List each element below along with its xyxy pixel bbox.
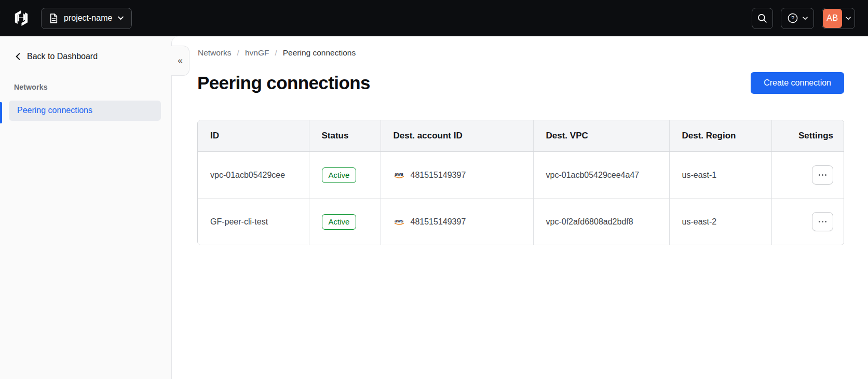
hashicorp-logo-icon bbox=[13, 9, 30, 27]
sidebar-collapse-button[interactable]: « bbox=[171, 46, 189, 76]
svg-text:aws: aws bbox=[394, 218, 403, 223]
cell-dest-region: us-east-1 bbox=[669, 152, 771, 199]
user-menu-dropdown[interactable]: AB bbox=[822, 8, 855, 29]
cell-dest-account-id: aws 481515149397 bbox=[381, 152, 533, 199]
chevron-down-icon bbox=[846, 17, 851, 20]
table-header-row: ID Status Dest. account ID Dest. VPC Des… bbox=[198, 120, 844, 152]
cell-status: Active bbox=[309, 199, 381, 245]
aws-logo-icon: aws bbox=[394, 218, 405, 226]
breadcrumb-current-page: Peering connections bbox=[283, 48, 356, 58]
breadcrumb: Networks / hvnGF / Peering connections bbox=[198, 48, 844, 58]
cell-dest-vpc: vpc-01acb05429cee4a47 bbox=[533, 152, 669, 199]
dest-account-id-value: 481515149397 bbox=[411, 171, 466, 180]
cell-dest-account-id: aws 481515149397 bbox=[381, 199, 533, 245]
cell-settings bbox=[771, 199, 844, 245]
peering-connections-table: ID Status Dest. account ID Dest. VPC Des… bbox=[197, 120, 844, 245]
ellipsis-icon bbox=[819, 174, 821, 176]
sidebar-item-peering-connections[interactable]: Peering connections bbox=[9, 101, 161, 121]
project-switcher-dropdown[interactable]: project-name bbox=[41, 8, 132, 29]
breadcrumb-separator: / bbox=[275, 48, 277, 58]
column-header-id: ID bbox=[198, 120, 309, 152]
breadcrumb-separator: / bbox=[237, 48, 239, 58]
breadcrumb-hvn[interactable]: hvnGF bbox=[245, 48, 269, 58]
table-row: vpc-01acb05429cee Active aws 48151514939… bbox=[198, 152, 844, 199]
chevron-down-icon bbox=[803, 17, 808, 20]
collapse-icon: « bbox=[178, 55, 182, 66]
search-button[interactable] bbox=[752, 8, 773, 29]
chevron-left-icon bbox=[16, 53, 20, 60]
page-header: Peering connections Create connection bbox=[197, 72, 844, 94]
column-header-settings: Settings bbox=[771, 120, 844, 152]
create-connection-button[interactable]: Create connection bbox=[751, 72, 844, 94]
avatar: AB bbox=[823, 9, 842, 28]
column-header-dest-vpc: Dest. VPC bbox=[533, 120, 669, 152]
cell-settings bbox=[771, 152, 844, 199]
status-badge: Active bbox=[322, 167, 357, 183]
search-icon bbox=[757, 13, 767, 23]
cell-connection-id: vpc-01acb05429cee bbox=[198, 152, 309, 199]
cell-dest-vpc: vpc-0f2afd6808ad2bdf8 bbox=[533, 199, 669, 245]
back-to-dashboard-label: Back to Dashboard bbox=[27, 52, 98, 61]
aws-logo-icon: aws bbox=[394, 171, 405, 179]
column-header-dest-account-id: Dest. account ID bbox=[381, 120, 533, 152]
sidebar-section-networks: Networks bbox=[14, 83, 171, 91]
svg-text:?: ? bbox=[791, 15, 794, 21]
breadcrumb-networks[interactable]: Networks bbox=[198, 48, 232, 58]
column-header-dest-region: Dest. Region bbox=[669, 120, 771, 152]
help-icon: ? bbox=[788, 13, 798, 23]
cell-connection-id: GF-peer-cli-test bbox=[198, 199, 309, 245]
chevron-down-icon bbox=[118, 16, 124, 20]
row-settings-menu-button[interactable] bbox=[812, 212, 833, 231]
page-title: Peering connections bbox=[197, 73, 370, 93]
main-content: « Networks / hvnGF / Peering connections… bbox=[171, 36, 868, 379]
back-to-dashboard-link[interactable]: Back to Dashboard bbox=[0, 36, 171, 61]
ellipsis-icon bbox=[819, 221, 821, 223]
help-dropdown[interactable]: ? bbox=[781, 8, 814, 29]
dest-account-id-value: 481515149397 bbox=[411, 217, 466, 227]
column-header-status: Status bbox=[309, 120, 381, 152]
project-name-label: project-name bbox=[64, 13, 112, 23]
sidebar: Back to Dashboard Networks Peering conne… bbox=[0, 36, 171, 379]
table-row: GF-peer-cli-test Active aws 481515149397 bbox=[198, 199, 844, 245]
cell-dest-region: us-east-2 bbox=[669, 199, 771, 245]
row-settings-menu-button[interactable] bbox=[812, 165, 833, 185]
top-navigation-bar: project-name ? AB bbox=[0, 0, 868, 36]
status-badge: Active bbox=[322, 214, 357, 230]
svg-text:aws: aws bbox=[394, 172, 403, 177]
document-icon bbox=[49, 13, 58, 23]
topbar-right-actions: ? AB bbox=[752, 8, 855, 29]
active-item-indicator bbox=[0, 102, 2, 123]
cell-status: Active bbox=[309, 152, 381, 199]
